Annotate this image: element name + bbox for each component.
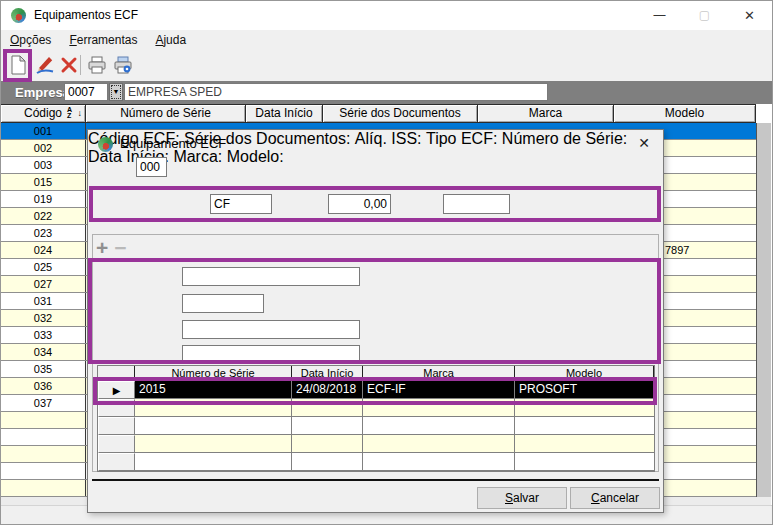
- row-codigo[interactable]: 025: [1, 259, 86, 275]
- cell-numero-serie[interactable]: 2015: [135, 381, 292, 399]
- row-selector-cell[interactable]: [98, 399, 135, 417]
- row-codigo[interactable]: [1, 463, 86, 479]
- maximize-button[interactable]: ▢: [682, 1, 727, 30]
- cell-numero-serie[interactable]: [135, 417, 292, 435]
- row-modelo-partial: 7897: [665, 242, 689, 258]
- empresa-name-input[interactable]: [124, 83, 548, 101]
- cell-modelo[interactable]: [515, 453, 654, 471]
- column-header-data-inicio[interactable]: Data Início: [246, 105, 323, 122]
- cell-numero-serie[interactable]: [135, 399, 292, 417]
- data-inicio-input[interactable]: [182, 294, 264, 313]
- edit-pencil-icon[interactable]: [35, 55, 55, 75]
- cancelar-button[interactable]: Cancelar: [570, 487, 660, 509]
- cell-data-inicio[interactable]: 24/08/2018: [292, 381, 363, 399]
- detail-table-row[interactable]: [98, 453, 654, 471]
- salvar-button[interactable]: Salvar: [477, 487, 567, 509]
- detail-header-data-inicio[interactable]: Data Início: [292, 366, 363, 381]
- new-document-icon[interactable]: [8, 55, 28, 75]
- row-codigo[interactable]: [1, 429, 86, 445]
- row-codigo[interactable]: 019: [1, 191, 86, 207]
- minimize-button[interactable]: —: [637, 1, 682, 30]
- row-codigo[interactable]: 034: [1, 344, 86, 360]
- dialog-logo-icon: [98, 137, 113, 152]
- cell-modelo[interactable]: [515, 417, 654, 435]
- cell-numero-serie[interactable]: [135, 453, 292, 471]
- cell-marca[interactable]: [363, 417, 515, 435]
- serie-documentos-input[interactable]: [210, 194, 272, 214]
- add-row-button[interactable]: +: [96, 236, 108, 259]
- row-codigo[interactable]: 001: [1, 123, 86, 139]
- row-codigo[interactable]: 002: [1, 140, 86, 156]
- row-codigo[interactable]: 003: [1, 157, 86, 173]
- add-remove-toolbar: +−: [96, 236, 127, 260]
- row-selector-cell[interactable]: ▶: [98, 381, 135, 399]
- row-codigo[interactable]: 024: [1, 242, 86, 258]
- cell-marca[interactable]: [363, 453, 515, 471]
- empresa-code-input[interactable]: [64, 83, 108, 101]
- print-settings-icon[interactable]: [113, 55, 133, 75]
- close-button[interactable]: ✕: [727, 1, 772, 30]
- cell-data-inicio[interactable]: [292, 435, 363, 453]
- title-bar: Equipamentos ECF — ▢ ✕: [1, 1, 772, 30]
- row-selector-cell[interactable]: [98, 417, 135, 435]
- row-codigo[interactable]: 037: [1, 395, 86, 411]
- column-header-numero-serie[interactable]: Número de Série: [86, 105, 246, 122]
- cell-data-inicio[interactable]: [292, 417, 363, 435]
- cell-marca[interactable]: ECF-IF: [363, 381, 515, 399]
- column-header-serie-documentos[interactable]: Série dos Documentos: [323, 105, 478, 122]
- row-codigo[interactable]: [1, 446, 86, 462]
- numero-serie-label: Número de Série:: [502, 130, 627, 147]
- detail-table-body: ▶ 2015 24/08/2018 ECF-IF PROSOFT: [98, 381, 654, 471]
- dialog-close-icon[interactable]: ✕: [635, 134, 653, 152]
- row-codigo[interactable]: 022: [1, 208, 86, 224]
- print-icon[interactable]: [87, 55, 107, 75]
- cell-data-inicio[interactable]: [292, 453, 363, 471]
- column-header-modelo[interactable]: Modelo: [614, 105, 756, 122]
- row-codigo[interactable]: 036: [1, 378, 86, 394]
- remove-row-button[interactable]: −: [114, 236, 126, 259]
- vertical-scrollbar[interactable]: [756, 123, 771, 497]
- detail-table-row[interactable]: [98, 417, 654, 435]
- detail-table-row[interactable]: [98, 435, 654, 453]
- column-header-codigo[interactable]: Código AZ↓: [1, 105, 86, 122]
- dialog-title: Equipamento ECF: [120, 136, 226, 151]
- cell-marca[interactable]: [363, 399, 515, 417]
- detail-table-row[interactable]: ▶ 2015 24/08/2018 ECF-IF PROSOFT: [98, 381, 654, 399]
- empresa-dropdown-button[interactable]: ▼: [109, 83, 123, 101]
- cell-modelo[interactable]: [515, 399, 654, 417]
- row-codigo[interactable]: 027: [1, 276, 86, 292]
- row-selector-cell[interactable]: [98, 435, 135, 453]
- numero-serie-input[interactable]: [182, 267, 360, 286]
- row-codigo[interactable]: 033: [1, 327, 86, 343]
- cell-data-inicio[interactable]: [292, 399, 363, 417]
- detail-table-row[interactable]: [98, 399, 654, 417]
- row-selector-cell[interactable]: [98, 453, 135, 471]
- sort-az-icon[interactable]: AZ↓: [67, 107, 81, 120]
- row-codigo[interactable]: 031: [1, 293, 86, 309]
- menu-ajuda[interactable]: Ajuda: [146, 33, 195, 47]
- cell-modelo[interactable]: PROSOFT: [515, 381, 654, 399]
- tipo-ecf-input[interactable]: [443, 194, 510, 214]
- aliq-iss-label: Alíq. ISS:: [355, 130, 422, 147]
- row-codigo[interactable]: 035: [1, 361, 86, 377]
- row-codigo[interactable]: [1, 412, 86, 428]
- aliq-iss-input[interactable]: [328, 194, 391, 214]
- codigo-ecf-input[interactable]: [136, 157, 167, 177]
- row-codigo[interactable]: 032: [1, 310, 86, 326]
- marca-input[interactable]: [182, 320, 360, 339]
- menu-ferramentas[interactable]: Ferramentas: [60, 33, 146, 47]
- cell-marca[interactable]: [363, 435, 515, 453]
- cell-modelo[interactable]: [515, 435, 654, 453]
- cell-numero-serie[interactable]: [135, 435, 292, 453]
- detail-header-modelo[interactable]: Modelo: [515, 366, 654, 381]
- detail-header-marca[interactable]: Marca: [363, 366, 515, 381]
- delete-x-icon[interactable]: [59, 55, 79, 75]
- menu-opcoes[interactable]: Opções: [1, 33, 60, 47]
- row-codigo[interactable]: [1, 480, 86, 496]
- main-table-header: Código AZ↓ Número de Série Data Início S…: [1, 104, 756, 123]
- detail-header-numero-serie[interactable]: Número de Série: [135, 366, 292, 381]
- column-header-marca[interactable]: Marca: [478, 105, 614, 122]
- row-codigo[interactable]: 023: [1, 225, 86, 241]
- row-codigo[interactable]: 015: [1, 174, 86, 190]
- modelo-input[interactable]: [182, 345, 360, 364]
